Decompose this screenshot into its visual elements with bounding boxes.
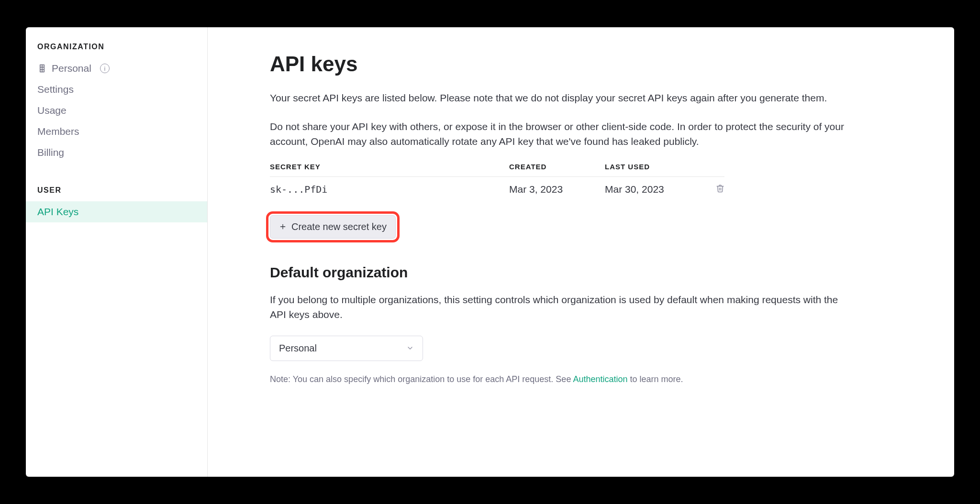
api-keys-table: SECRET KEY CREATED LAST USED sk-...PfDi … <box>270 163 724 202</box>
sidebar-heading-user: USER <box>26 186 207 201</box>
trash-icon <box>716 184 724 193</box>
sidebar-item-label: Personal <box>52 63 91 74</box>
app-window: ORGANIZATION Personal i Settings Usage M… <box>26 27 954 477</box>
plus-icon <box>279 223 287 230</box>
page-title: API keys <box>270 52 892 76</box>
building-icon <box>37 64 47 73</box>
sidebar-item-label: API Keys <box>37 206 78 218</box>
create-secret-key-button[interactable]: Create new secret key <box>270 215 396 239</box>
sidebar-item-label: Billing <box>37 147 64 158</box>
sidebar-item-api-keys[interactable]: API Keys <box>26 201 207 222</box>
sidebar-item-settings[interactable]: Settings <box>26 79 207 100</box>
delete-key-button[interactable] <box>716 184 724 193</box>
header-last-used: LAST USED <box>605 163 701 171</box>
info-icon[interactable]: i <box>100 64 110 73</box>
authentication-link[interactable]: Authentication <box>573 374 627 384</box>
default-org-heading: Default organization <box>270 264 892 281</box>
intro-text-1: Your secret API keys are listed below. P… <box>270 90 844 106</box>
header-secret-key: SECRET KEY <box>270 163 509 171</box>
cell-created: Mar 3, 2023 <box>509 184 605 195</box>
chevron-down-icon <box>406 344 414 352</box>
sidebar-item-label: Settings <box>37 84 74 95</box>
create-button-label: Create new secret key <box>291 221 387 232</box>
table-header-row: SECRET KEY CREATED LAST USED <box>270 163 724 177</box>
sidebar-item-members[interactable]: Members <box>26 121 207 142</box>
sidebar-item-label: Usage <box>37 105 67 116</box>
select-value: Personal <box>279 343 317 354</box>
sidebar-item-label: Members <box>37 126 79 137</box>
default-org-select[interactable]: Personal <box>270 336 423 361</box>
cell-last-used: Mar 30, 2023 <box>605 184 701 195</box>
intro-text-2: Do not share your API key with others, o… <box>270 119 844 149</box>
default-org-desc: If you belong to multiple organizations,… <box>270 292 844 322</box>
sidebar-item-billing[interactable]: Billing <box>26 142 207 163</box>
create-key-container: Create new secret key <box>270 215 396 239</box>
sidebar-item-usage[interactable]: Usage <box>26 100 207 121</box>
table-row: sk-...PfDi Mar 3, 2023 Mar 30, 2023 <box>270 177 724 202</box>
header-created: CREATED <box>509 163 605 171</box>
sidebar: ORGANIZATION Personal i Settings Usage M… <box>26 27 208 477</box>
default-org-note: Note: You can also specify which organiz… <box>270 374 892 384</box>
sidebar-heading-organization: ORGANIZATION <box>26 43 207 58</box>
cell-secret-key: sk-...PfDi <box>270 184 509 195</box>
main-content: API keys Your secret API keys are listed… <box>208 27 954 477</box>
sidebar-item-personal[interactable]: Personal i <box>26 58 207 79</box>
